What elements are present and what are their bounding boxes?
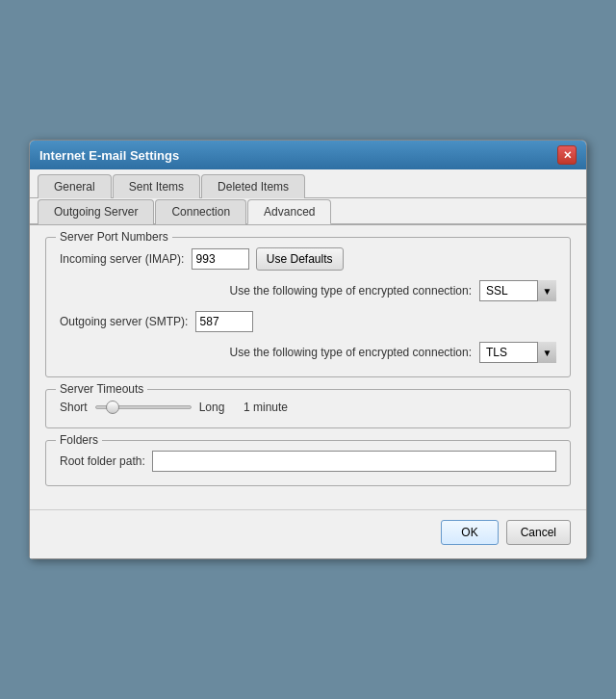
outgoing-server-label: Outgoing server (SMTP): bbox=[60, 315, 188, 328]
server-timeouts-label: Server Timeouts bbox=[56, 382, 147, 396]
outgoing-server-row: Outgoing server (SMTP): bbox=[60, 311, 556, 332]
tab-outgoing-server[interactable]: Outgoing Server bbox=[38, 199, 154, 224]
timeout-value: 1 minute bbox=[244, 401, 288, 414]
outgoing-server-input[interactable] bbox=[195, 311, 253, 332]
incoming-connection-select-wrap: SSL TLS None Auto ▼ bbox=[479, 280, 556, 301]
window-title: Internet E-mail Settings bbox=[39, 148, 179, 163]
ok-button[interactable]: OK bbox=[441, 520, 498, 545]
use-defaults-button[interactable]: Use Defaults bbox=[256, 247, 344, 271]
server-timeouts-group: Server Timeouts Short Long 1 minute bbox=[45, 389, 571, 428]
incoming-connection-row: Use the following type of encrypted conn… bbox=[60, 280, 556, 301]
timeout-row: Short Long 1 minute bbox=[60, 400, 556, 414]
tab-general[interactable]: General bbox=[38, 174, 112, 198]
server-ports-group: Server Port Numbers Incoming server (IMA… bbox=[45, 237, 571, 377]
slider-thumb[interactable] bbox=[106, 401, 119, 414]
short-label: Short bbox=[60, 401, 88, 414]
dialog-window: Internet E-mail Settings ✕ General Sent … bbox=[29, 140, 587, 559]
tab-row-1: General Sent Items Deleted Items bbox=[30, 169, 586, 198]
timeout-slider[interactable] bbox=[95, 405, 192, 409]
outgoing-connection-label: Use the following type of encrypted conn… bbox=[60, 346, 479, 359]
folders-label: Folders bbox=[56, 433, 102, 447]
outgoing-connection-select-wrap: TLS SSL None Auto ▼ bbox=[479, 342, 556, 363]
cancel-button[interactable]: Cancel bbox=[506, 520, 571, 545]
folders-group: Folders Root folder path: bbox=[45, 440, 571, 486]
tab-advanced[interactable]: Advanced bbox=[247, 199, 331, 224]
tab-connection[interactable]: Connection bbox=[155, 199, 246, 224]
root-folder-row: Root folder path: bbox=[60, 451, 556, 472]
outgoing-connection-select[interactable]: TLS SSL None Auto bbox=[479, 342, 556, 363]
dialog-footer: OK Cancel bbox=[30, 509, 586, 558]
incoming-server-row: Incoming server (IMAP): Use Defaults bbox=[60, 247, 556, 271]
incoming-connection-select[interactable]: SSL TLS None Auto bbox=[479, 280, 556, 301]
root-folder-input[interactable] bbox=[152, 451, 556, 472]
server-ports-label: Server Port Numbers bbox=[56, 230, 172, 244]
tab-row-2: Outgoing Server Connection Advanced bbox=[30, 198, 586, 225]
outgoing-connection-row: Use the following type of encrypted conn… bbox=[60, 342, 556, 363]
incoming-server-input[interactable] bbox=[192, 248, 249, 270]
title-bar: Internet E-mail Settings ✕ bbox=[30, 141, 586, 169]
root-folder-label: Root folder path: bbox=[60, 454, 145, 468]
incoming-connection-label: Use the following type of encrypted conn… bbox=[60, 284, 479, 298]
tab-sent-items[interactable]: Sent Items bbox=[113, 174, 200, 198]
tab-deleted-items[interactable]: Deleted Items bbox=[201, 174, 305, 198]
close-button[interactable]: ✕ bbox=[557, 145, 577, 165]
close-icon: ✕ bbox=[563, 149, 572, 162]
incoming-server-label: Incoming server (IMAP): bbox=[60, 252, 184, 266]
title-bar-controls: ✕ bbox=[557, 145, 577, 165]
tab-content: Server Port Numbers Incoming server (IMA… bbox=[30, 225, 586, 509]
long-label: Long bbox=[199, 401, 225, 414]
